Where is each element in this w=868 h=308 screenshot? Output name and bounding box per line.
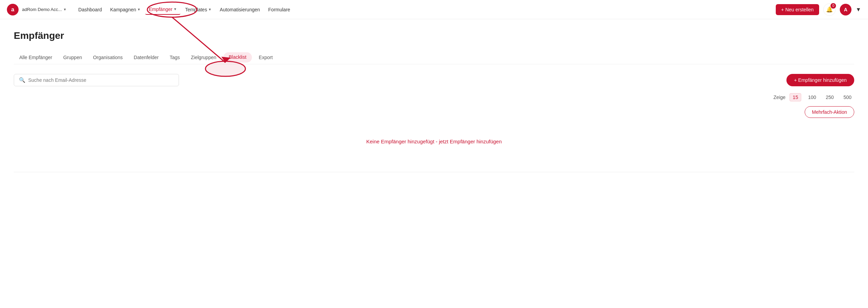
- tab-datenfelder[interactable]: Datenfelder: [128, 51, 164, 64]
- navbar-right: + Neu erstellen 🔔 0 A ▼: [776, 3, 861, 16]
- page-size-15[interactable]: 15: [790, 93, 801, 101]
- nav-item-dashboard[interactable]: Dashboard: [75, 5, 106, 14]
- account-switcher[interactable]: adRom Demo Acc... ▼: [22, 7, 67, 12]
- main-content: Empfänger Alle Empfänger Gruppen Organis…: [0, 19, 868, 183]
- mehrfach-row: Mehrfach-Aktion: [14, 106, 854, 118]
- new-button[interactable]: + Neu erstellen: [776, 4, 819, 15]
- nav-item-formulare[interactable]: Formulare: [265, 5, 294, 14]
- notification-badge: 0: [830, 3, 836, 9]
- nav-item-empfanger[interactable]: Empfänger ▼: [145, 4, 180, 15]
- mehrfach-aktion-button[interactable]: Mehrfach-Aktion: [805, 106, 854, 118]
- app-logo[interactable]: a: [7, 4, 19, 15]
- pagination-row: Zeige 15 100 250 500: [14, 93, 854, 101]
- empfanger-chevron-icon: ▼: [173, 7, 177, 11]
- page-size-250[interactable]: 250: [823, 93, 836, 101]
- templates-chevron-icon: ▼: [208, 8, 212, 11]
- tabs-bar: Alle Empfänger Gruppen Organisations Dat…: [14, 51, 854, 64]
- tab-zielgruppen[interactable]: Zielgruppen: [186, 51, 222, 64]
- zeige-label: Zeige: [773, 95, 785, 100]
- nav-item-automatisierungen[interactable]: Automatisierungen: [216, 5, 264, 14]
- page-title: Empfänger: [14, 30, 854, 41]
- page-size-500[interactable]: 500: [841, 93, 854, 101]
- tab-gruppen[interactable]: Gruppen: [58, 51, 87, 64]
- add-empfanger-button[interactable]: + Empfänger hinzufügen: [786, 74, 854, 86]
- nav-item-kampagnen[interactable]: Kampagnen ▼: [107, 5, 144, 14]
- kampagnen-chevron-icon: ▼: [137, 8, 141, 11]
- search-input[interactable]: [28, 77, 174, 83]
- page-size-100[interactable]: 100: [805, 93, 819, 101]
- tab-organisations[interactable]: Organisations: [87, 51, 128, 64]
- toolbar: 🔍 + Empfänger hinzufügen: [14, 74, 854, 86]
- tab-alle-empfanger[interactable]: Alle Empfänger: [14, 51, 58, 64]
- user-avatar[interactable]: A: [840, 4, 851, 15]
- page-divider: [14, 172, 854, 172]
- user-menu-chevron-icon: ▼: [856, 7, 861, 13]
- tab-export[interactable]: Export: [253, 51, 278, 64]
- nav-item-templates[interactable]: Templates ▼: [182, 5, 215, 14]
- navbar: a adRom Demo Acc... ▼ Dashboard Kampagne…: [0, 0, 868, 19]
- search-box[interactable]: 🔍: [14, 74, 179, 86]
- notification-button[interactable]: 🔔 0: [823, 3, 836, 16]
- tab-blacklist[interactable]: Blacklist: [223, 52, 252, 63]
- main-navigation: Dashboard Kampagnen ▼ Empfänger ▼ Templa…: [75, 4, 776, 15]
- search-icon: 🔍: [19, 77, 25, 83]
- account-chevron-icon: ▼: [63, 8, 67, 11]
- empty-state: Keine Empfänger hinzugefügt - jetzt Empf…: [14, 125, 854, 158]
- tab-tags[interactable]: Tags: [164, 51, 186, 64]
